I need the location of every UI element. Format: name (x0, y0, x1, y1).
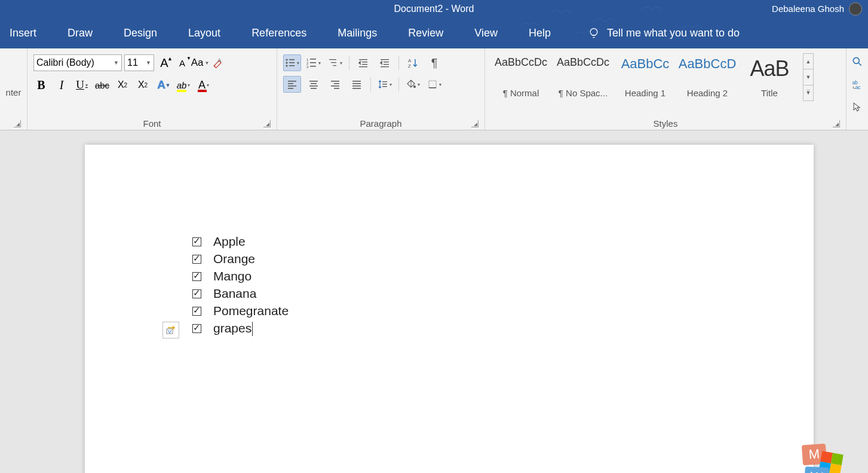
svg-rect-20 (359, 66, 367, 67)
tab-mailings[interactable]: Mailings (332, 27, 383, 39)
list-item-text: Mango (213, 268, 251, 285)
separator (398, 56, 399, 70)
select-button[interactable] (851, 101, 863, 115)
ribbon: nter Calibri (Body)▼ 11▼ A▲ A▼ Aa▼ A (0, 48, 868, 130)
chevron-down-icon: ▼ (114, 60, 119, 66)
user-account[interactable]: Debaleena Ghosh (772, 2, 862, 16)
shrink-font-button[interactable]: A▼ (174, 55, 190, 71)
style-item[interactable]: AaBTitle (738, 53, 800, 101)
list-item[interactable]: Orange (192, 251, 289, 268)
document-canvas[interactable]: AppleOrangeMangoBananaPomegranategrapes … (0, 130, 868, 473)
tab-review[interactable]: Review (402, 27, 449, 39)
svg-rect-39 (352, 81, 361, 82)
align-right-button[interactable] (326, 76, 344, 93)
list-item[interactable]: Apple (192, 233, 289, 251)
clear-formatting-button[interactable]: A (210, 55, 226, 71)
strikethrough-button[interactable]: abc (94, 77, 110, 93)
format-painter-label[interactable]: nter (6, 88, 22, 98)
align-center-button[interactable] (305, 76, 323, 93)
styles-group: AaBbCcDc¶ NormalAaBbCcDc¶ No Spac...AaBb… (485, 48, 846, 130)
style-item[interactable]: AaBbCcDc¶ No Spac... (552, 53, 614, 101)
svg-rect-34 (311, 88, 317, 89)
font-name-combo[interactable]: Calibri (Body)▼ (33, 54, 122, 71)
tab-view[interactable]: View (468, 27, 504, 39)
tab-insert[interactable]: Insert (4, 27, 42, 39)
styles-scroll-down[interactable]: ▼ (803, 69, 813, 85)
user-name: Debaleena Ghosh (772, 4, 844, 14)
svg-rect-40 (352, 83, 361, 84)
justify-button[interactable] (348, 76, 366, 93)
svg-rect-41 (352, 86, 361, 87)
bullets-button[interactable]: ▾ (283, 54, 301, 71)
tell-me-label: Tell me what you want to do (607, 27, 740, 39)
tab-design[interactable]: Design (118, 27, 163, 39)
tab-references[interactable]: References (246, 27, 312, 39)
svg-point-4 (286, 62, 288, 64)
svg-rect-36 (334, 83, 339, 84)
svg-rect-21 (381, 59, 389, 60)
svg-rect-35 (331, 81, 339, 82)
list-item-text: Banana (213, 285, 256, 303)
style-item[interactable]: AaBbCcDc¶ Normal (490, 53, 552, 101)
document-content[interactable]: AppleOrangeMangoBananaPomegranategrapes (192, 233, 289, 337)
highlight-button[interactable]: ab▾ (176, 77, 191, 93)
align-left-button[interactable] (283, 76, 301, 93)
text-effects-button[interactable]: A▾ (155, 77, 171, 93)
styles-group-label: Styles (489, 116, 842, 130)
svg-point-49 (853, 57, 859, 63)
svg-rect-48 (429, 87, 436, 89)
tab-draw[interactable]: Draw (62, 27, 99, 39)
increase-indent-button[interactable] (376, 54, 394, 71)
style-item[interactable]: AaBbCcDHeading 2 (676, 53, 738, 101)
autocorrect-options-button[interactable] (162, 322, 179, 338)
decrease-indent-button[interactable] (354, 54, 372, 71)
list-item[interactable]: Banana (192, 285, 289, 303)
tell-me-search[interactable]: Tell me what you want to do (588, 26, 740, 40)
show-marks-button[interactable]: ¶ (425, 54, 443, 71)
list-item[interactable]: Mango (192, 268, 289, 285)
font-dialog-launcher[interactable] (263, 120, 271, 127)
grow-font-button[interactable]: A▲ (157, 55, 172, 71)
borders-button[interactable]: ▾ (425, 76, 443, 93)
styles-more-button[interactable]: ▼— (803, 86, 813, 100)
style-name: ¶ Normal (503, 88, 539, 98)
style-item[interactable]: AaBbCcHeading 1 (614, 53, 676, 101)
styles-scroll-up[interactable]: ▲ (803, 54, 813, 69)
svg-rect-19 (362, 64, 367, 65)
document-page[interactable]: AppleOrangeMangoBananaPomegranategrapes (85, 145, 814, 473)
svg-rect-43 (382, 81, 387, 82)
style-name: Heading 1 (625, 88, 665, 98)
tab-help[interactable]: Help (523, 27, 557, 39)
svg-rect-37 (331, 86, 339, 87)
tab-layout[interactable]: Layout (182, 27, 226, 39)
font-color-button[interactable]: A▾ (196, 77, 211, 93)
styles-dialog-launcher[interactable] (833, 120, 840, 127)
change-case-button[interactable]: Aa▼ (192, 55, 208, 71)
numbering-button[interactable]: 123▾ (305, 54, 323, 71)
find-button[interactable] (851, 56, 863, 70)
checkbox-bullet-icon (192, 272, 201, 281)
text-cursor (252, 322, 253, 336)
sort-button[interactable]: AZ (404, 54, 422, 71)
line-spacing-button[interactable]: ▾ (376, 76, 394, 93)
list-item[interactable]: Pomegranate (192, 303, 289, 320)
clipboard-dialog-launcher[interactable] (14, 120, 21, 127)
svg-point-6 (286, 65, 288, 67)
svg-rect-45 (382, 86, 387, 87)
superscript-button[interactable]: X2 (135, 77, 151, 93)
checkbox-bullet-icon (192, 307, 201, 316)
replace-button[interactable]: abac (851, 78, 863, 93)
shading-button[interactable]: ▾ (404, 76, 422, 93)
font-size-combo[interactable]: 11▼ (124, 54, 154, 71)
svg-rect-31 (309, 81, 318, 82)
underline-button[interactable]: U▾ (74, 77, 90, 93)
bold-button[interactable]: B (33, 77, 49, 93)
subscript-button[interactable]: X2 (115, 77, 130, 93)
list-item[interactable]: grapes (192, 320, 289, 337)
italic-button[interactable]: I (54, 77, 69, 93)
svg-rect-16 (333, 65, 336, 66)
user-avatar[interactable] (849, 2, 862, 16)
multilevel-list-button[interactable]: ▾ (326, 54, 344, 71)
styles-gallery: AaBbCcDc¶ NormalAaBbCcDc¶ No Spac...AaBb… (489, 52, 842, 102)
paragraph-dialog-launcher[interactable] (471, 120, 479, 127)
